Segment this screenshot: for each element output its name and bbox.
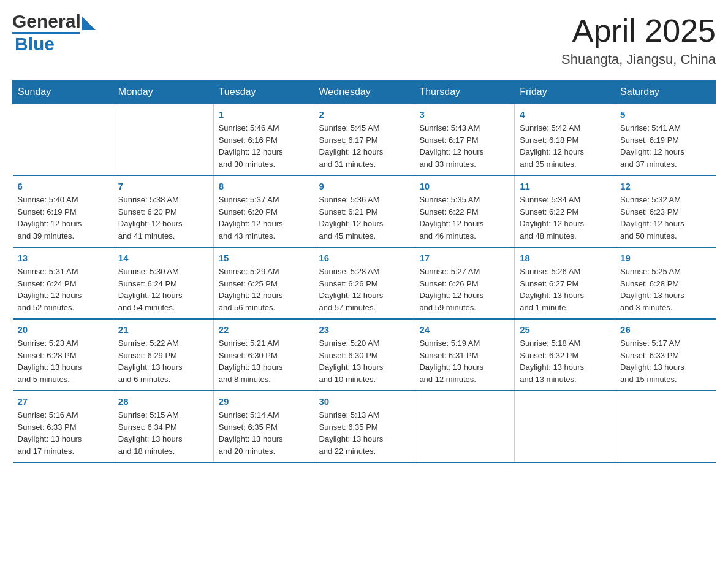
calendar-cell: 23Sunrise: 5:20 AM Sunset: 6:30 PM Dayli… <box>314 319 414 391</box>
logo-brand: General <box>12 12 96 31</box>
calendar-cell: 14Sunrise: 5:30 AM Sunset: 6:24 PM Dayli… <box>113 247 213 319</box>
day-info: Sunrise: 5:25 AM Sunset: 6:28 PM Dayligh… <box>620 266 710 313</box>
calendar-cell: 18Sunrise: 5:26 AM Sunset: 6:27 PM Dayli… <box>515 247 615 319</box>
header-day-thursday: Thursday <box>414 80 515 104</box>
calendar-cell: 5Sunrise: 5:41 AM Sunset: 6:19 PM Daylig… <box>615 104 716 176</box>
header-day-tuesday: Tuesday <box>213 80 314 104</box>
calendar-cell: 6Sunrise: 5:40 AM Sunset: 6:19 PM Daylig… <box>13 175 113 247</box>
day-info: Sunrise: 5:15 AM Sunset: 6:34 PM Dayligh… <box>118 409 208 457</box>
day-number: 23 <box>319 324 409 335</box>
day-number: 21 <box>118 324 208 335</box>
week-row-3: 13Sunrise: 5:31 AM Sunset: 6:24 PM Dayli… <box>13 247 716 319</box>
day-number: 24 <box>419 324 509 335</box>
day-number: 30 <box>319 396 409 407</box>
calendar-cell: 16Sunrise: 5:28 AM Sunset: 6:26 PM Dayli… <box>314 247 414 319</box>
calendar-cell: 12Sunrise: 5:32 AM Sunset: 6:23 PM Dayli… <box>615 175 716 247</box>
week-row-2: 6Sunrise: 5:40 AM Sunset: 6:19 PM Daylig… <box>13 175 716 247</box>
day-number: 5 <box>620 109 710 120</box>
calendar-body: 1Sunrise: 5:46 AM Sunset: 6:16 PM Daylig… <box>13 104 716 463</box>
day-info: Sunrise: 5:40 AM Sunset: 6:19 PM Dayligh… <box>18 194 108 242</box>
day-number: 26 <box>620 324 710 335</box>
calendar-table: SundayMondayTuesdayWednesdayThursdayFrid… <box>12 80 716 463</box>
calendar-cell: 29Sunrise: 5:14 AM Sunset: 6:35 PM Dayli… <box>213 391 314 462</box>
day-number: 14 <box>118 253 208 263</box>
calendar-cell: 22Sunrise: 5:21 AM Sunset: 6:30 PM Dayli… <box>213 319 314 391</box>
calendar-cell: 8Sunrise: 5:37 AM Sunset: 6:20 PM Daylig… <box>213 175 314 247</box>
day-number: 18 <box>520 253 610 263</box>
day-info: Sunrise: 5:13 AM Sunset: 6:35 PM Dayligh… <box>319 409 409 457</box>
logo-triangle-icon <box>82 17 96 30</box>
day-info: Sunrise: 5:34 AM Sunset: 6:22 PM Dayligh… <box>520 194 610 242</box>
day-info: Sunrise: 5:31 AM Sunset: 6:24 PM Dayligh… <box>18 266 108 313</box>
day-number: 22 <box>219 324 309 335</box>
day-info: Sunrise: 5:17 AM Sunset: 6:33 PM Dayligh… <box>620 337 710 385</box>
day-number: 17 <box>419 253 509 263</box>
day-info: Sunrise: 5:30 AM Sunset: 6:24 PM Dayligh… <box>118 266 208 313</box>
logo-blue-text: Blue <box>15 34 55 54</box>
day-info: Sunrise: 5:14 AM Sunset: 6:35 PM Dayligh… <box>219 409 309 457</box>
calendar-title: April 2025 <box>561 12 716 49</box>
day-info: Sunrise: 5:35 AM Sunset: 6:22 PM Dayligh… <box>419 194 509 242</box>
day-number: 2 <box>319 109 409 120</box>
day-info: Sunrise: 5:18 AM Sunset: 6:32 PM Dayligh… <box>520 337 610 385</box>
day-number: 10 <box>419 181 509 191</box>
calendar-cell: 24Sunrise: 5:19 AM Sunset: 6:31 PM Dayli… <box>414 319 515 391</box>
day-info: Sunrise: 5:19 AM Sunset: 6:31 PM Dayligh… <box>419 337 509 385</box>
day-number: 7 <box>118 181 208 191</box>
calendar-cell: 30Sunrise: 5:13 AM Sunset: 6:35 PM Dayli… <box>314 391 414 462</box>
day-number: 8 <box>219 181 309 191</box>
logo: General Blue <box>12 12 96 55</box>
header-day-sunday: Sunday <box>13 80 113 104</box>
calendar-cell: 13Sunrise: 5:31 AM Sunset: 6:24 PM Dayli… <box>13 247 113 319</box>
calendar-cell: 26Sunrise: 5:17 AM Sunset: 6:33 PM Dayli… <box>615 319 716 391</box>
calendar-header: SundayMondayTuesdayWednesdayThursdayFrid… <box>13 80 716 104</box>
day-number: 28 <box>118 396 208 407</box>
day-number: 3 <box>419 109 509 120</box>
week-row-4: 20Sunrise: 5:23 AM Sunset: 6:28 PM Dayli… <box>13 319 716 391</box>
day-number: 15 <box>219 253 309 263</box>
header-day-wednesday: Wednesday <box>314 80 414 104</box>
day-info: Sunrise: 5:28 AM Sunset: 6:26 PM Dayligh… <box>319 266 409 313</box>
day-number: 20 <box>18 324 108 335</box>
day-number: 9 <box>319 181 409 191</box>
day-info: Sunrise: 5:20 AM Sunset: 6:30 PM Dayligh… <box>319 337 409 385</box>
day-info: Sunrise: 5:32 AM Sunset: 6:23 PM Dayligh… <box>620 194 710 242</box>
day-number: 27 <box>18 396 108 407</box>
page-header: General Blue April 2025 Shuangta, Jiangs… <box>12 12 716 67</box>
day-info: Sunrise: 5:37 AM Sunset: 6:20 PM Dayligh… <box>219 194 309 242</box>
calendar-cell <box>13 104 113 176</box>
day-info: Sunrise: 5:21 AM Sunset: 6:30 PM Dayligh… <box>219 337 309 385</box>
day-number: 4 <box>520 109 610 120</box>
calendar-cell: 25Sunrise: 5:18 AM Sunset: 6:32 PM Dayli… <box>515 319 615 391</box>
calendar-cell: 19Sunrise: 5:25 AM Sunset: 6:28 PM Dayli… <box>615 247 716 319</box>
week-row-5: 27Sunrise: 5:16 AM Sunset: 6:33 PM Dayli… <box>13 391 716 462</box>
svg-marker-0 <box>82 17 96 30</box>
calendar-cell: 15Sunrise: 5:29 AM Sunset: 6:25 PM Dayli… <box>213 247 314 319</box>
day-number: 11 <box>520 181 610 191</box>
day-info: Sunrise: 5:16 AM Sunset: 6:33 PM Dayligh… <box>18 409 108 457</box>
day-info: Sunrise: 5:23 AM Sunset: 6:28 PM Dayligh… <box>18 337 108 385</box>
day-number: 13 <box>18 253 108 263</box>
calendar-cell: 1Sunrise: 5:46 AM Sunset: 6:16 PM Daylig… <box>213 104 314 176</box>
calendar-cell: 11Sunrise: 5:34 AM Sunset: 6:22 PM Dayli… <box>515 175 615 247</box>
day-info: Sunrise: 5:38 AM Sunset: 6:20 PM Dayligh… <box>118 194 208 242</box>
header-day-monday: Monday <box>113 80 213 104</box>
calendar-cell: 7Sunrise: 5:38 AM Sunset: 6:20 PM Daylig… <box>113 175 213 247</box>
calendar-cell: 17Sunrise: 5:27 AM Sunset: 6:26 PM Dayli… <box>414 247 515 319</box>
calendar-cell <box>615 391 716 462</box>
day-info: Sunrise: 5:45 AM Sunset: 6:17 PM Dayligh… <box>319 122 409 170</box>
day-number: 16 <box>319 253 409 263</box>
day-number: 25 <box>520 324 610 335</box>
day-info: Sunrise: 5:36 AM Sunset: 6:21 PM Dayligh… <box>319 194 409 242</box>
day-number: 29 <box>219 396 309 407</box>
day-number: 12 <box>620 181 710 191</box>
day-info: Sunrise: 5:22 AM Sunset: 6:29 PM Dayligh… <box>118 337 208 385</box>
calendar-cell: 4Sunrise: 5:42 AM Sunset: 6:18 PM Daylig… <box>515 104 615 176</box>
calendar-cell <box>113 104 213 176</box>
header-day-saturday: Saturday <box>615 80 716 104</box>
header-day-friday: Friday <box>515 80 615 104</box>
day-number: 1 <box>219 109 309 120</box>
day-number: 19 <box>620 253 710 263</box>
calendar-cell: 28Sunrise: 5:15 AM Sunset: 6:34 PM Dayli… <box>113 391 213 462</box>
day-number: 6 <box>18 181 108 191</box>
